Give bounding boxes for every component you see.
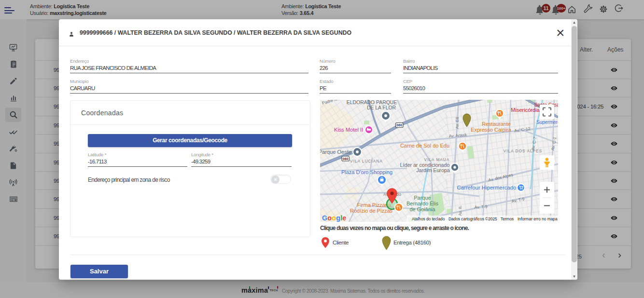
svg-text:Atalhos do teclado: Atalhos do teclado (412, 217, 445, 221)
svg-text:Parque Oeste: Parque Oeste (320, 149, 351, 155)
svg-text:VILA MAUA: VILA MAUA (424, 157, 450, 162)
svg-text:VILA LUCIANA: VILA LUCIANA (350, 159, 383, 163)
svg-text:DE LA FLOR: DE LA FLOR (367, 105, 396, 110)
svg-text:Informar erro no mapa: Informar erro no mapa (518, 217, 558, 221)
svg-text:Bernardo Élis: Bernardo Élis (406, 201, 439, 206)
svg-text:Misericórdia: Misericórdia (511, 107, 540, 113)
svg-text:VILA DOS ALPES: VILA DOS ALPES (504, 149, 542, 153)
svg-text:Expresso Caipira: Expresso Caipira (471, 127, 512, 133)
svg-text:Av. It.: Av. It. (458, 205, 462, 216)
svg-text:Carne de Sol do Edu: Carne de Sol do Edu (400, 143, 449, 149)
svg-text:Dados cartográficos ©2025: Dados cartográficos ©2025 (448, 217, 497, 221)
svg-text:Plaza D'oro Shopping: Plaza D'oro Shopping (341, 169, 392, 175)
svg-text:Kiss Motel II: Kiss Motel II (334, 127, 363, 133)
svg-text:Av. E6: Av. E6 (455, 117, 460, 129)
svg-text:Jardim Europa: Jardim Europa (416, 167, 450, 173)
svg-text:Av. T-9: Av. T-9 (474, 204, 487, 209)
svg-text:de Goiânia: de Goiânia (409, 206, 435, 212)
svg-text:Parque: Parque (414, 195, 431, 201)
svg-text:Termos: Termos (501, 217, 514, 221)
svg-text:060: 060 (396, 123, 402, 127)
svg-text:Supermercado: Supermercado (536, 120, 558, 125)
svg-text:Google: Google (322, 214, 346, 222)
svg-text:Carrefour Hipermercado: Carrefour Hipermercado (457, 185, 517, 190)
svg-text:Restaurante: Restaurante (482, 121, 511, 127)
svg-text:ELDORADO PARQUE: ELDORADO PARQUE (347, 100, 397, 105)
svg-text:Rodízio de Pizzas: Rodízio de Pizzas (350, 208, 393, 214)
svg-text:060: 060 (343, 157, 349, 161)
